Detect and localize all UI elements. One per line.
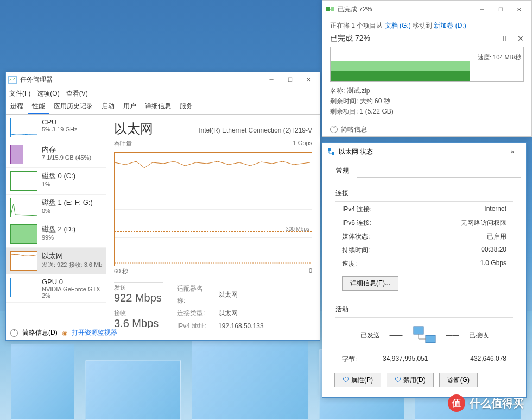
titlebar[interactable]: 以太网 状态 ✕ [322, 143, 526, 160]
tab-bar: 常规 [328, 164, 521, 178]
x-left: 60 秒 [114, 267, 128, 275]
recv-label: 已接收 [469, 331, 489, 340]
disable-button[interactable]: 🛡禁用(D) [387, 373, 434, 387]
tab-performance[interactable]: 性能 [28, 99, 49, 114]
computers-icon [413, 325, 436, 345]
svg-rect-1 [326, 7, 330, 11]
menubar: 文件(F) 选项(O) 查看(V) [6, 87, 320, 99]
performance-sidebar: CPU5% 3.19 GHz 内存7.1/15.9 GB (45%) 磁盘 0 … [6, 115, 106, 328]
window-title: 任务管理器 [20, 75, 262, 84]
maximize-button[interactable]: ☐ [491, 3, 510, 16]
close-button[interactable]: ✕ [503, 145, 522, 158]
minimize-button[interactable]: ─ [473, 3, 491, 16]
activity-label: 活动 [335, 305, 513, 314]
tab-details[interactable]: 详细信息 [141, 99, 175, 114]
menu-file[interactable]: 文件(F) [9, 89, 30, 98]
task-manager-window: 任务管理器 ─ ☐ ✕ 文件(F) 选项(O) 查看(V) 进程 性能 应用历史… [5, 72, 320, 341]
recv-bytes: 432,646,078 [470, 355, 506, 364]
sidebar-item-cpu[interactable]: CPU5% 3.19 GHz [6, 115, 106, 141]
cpu-thumb [10, 118, 37, 137]
shield-icon: 🛡 [343, 376, 349, 384]
watermark-icon: 值 [448, 394, 465, 412]
tab-general[interactable]: 常规 [328, 164, 357, 178]
sidebar-item-disk2[interactable]: 磁盘 2 (D:)99% [6, 221, 106, 248]
copy-description: 正在将 1 个项目从 文档 (G:) 移动到 新加卷 (D:) [322, 18, 531, 34]
tab-startup[interactable]: 启动 [97, 99, 119, 114]
sidebar-item-disk1[interactable]: 磁盘 1 (E: F: G:)0% [6, 195, 106, 221]
shield-icon: 🛡 [395, 376, 401, 384]
tab-apphistory[interactable]: 应用历史记录 [49, 99, 97, 114]
ipv4-value: Internet [484, 205, 506, 214]
svg-rect-6 [426, 335, 435, 343]
brief-info-link[interactable]: 简略信息(D) [22, 328, 58, 337]
disk0-thumb [10, 171, 37, 191]
window-title: 以太网 状态 [339, 147, 503, 156]
ethernet-chart[interactable]: 300 Mbps [114, 152, 312, 266]
send-label: 发送 [114, 282, 163, 292]
sidebar-item-gpu[interactable]: GPU 0NVIDIA GeForce GTX …2% [6, 274, 106, 303]
speed-value: 1.0 Gbps [480, 259, 506, 268]
throughput-label: 吞吐量 [114, 140, 132, 148]
taskmgr-footer: ˄ 简略信息(D) ◉ 打开资源监视器 [6, 325, 320, 340]
svg-rect-4 [332, 152, 334, 155]
mid-label: 300 Mbps [286, 226, 309, 232]
ethernet-thumb [10, 251, 37, 271]
minimize-button[interactable]: ─ [262, 73, 281, 86]
dest-link[interactable]: 新加卷 (D:) [434, 22, 466, 29]
x-right: 0 [309, 267, 312, 275]
recv-line [115, 261, 312, 265]
copy-meta: 名称: 测试.zip 剩余时间: 大约 60 秒 剩余项目: 1 (5.22 G… [322, 82, 531, 122]
chevron-up-icon[interactable]: ˄ [10, 329, 18, 337]
tab-users[interactable]: 用户 [119, 99, 141, 114]
disk1-thumb [10, 198, 37, 217]
cancel-button[interactable]: ✕ [517, 34, 524, 43]
network-icon [327, 147, 335, 156]
send-value: 922 Mbps [114, 292, 163, 304]
watermark-text: 什么值得买 [470, 396, 524, 411]
performance-main: 以太网 Intel(R) Ethernet Connection (2) I21… [106, 115, 320, 328]
brief-info-link[interactable]: 简略信息 [341, 125, 367, 134]
ethernet-status-window: 以太网 状态 ✕ 常规 连接 IPv4 连接:Internet IPv6 连接:… [322, 142, 527, 398]
window-title: 已完成 72% [338, 5, 473, 14]
sidebar-item-disk0[interactable]: 磁盘 0 (C:)1% [6, 168, 106, 195]
speed-graph: 速度: 104 MB/秒 [330, 47, 524, 82]
duration-value: 00:38:20 [481, 246, 506, 255]
gpu-thumb [10, 278, 37, 297]
diagnose-button[interactable]: 诊断(G) [439, 373, 478, 387]
close-button[interactable]: ✕ [510, 3, 528, 16]
maximize-button[interactable]: ☐ [281, 73, 299, 86]
menu-options[interactable]: 选项(O) [37, 89, 59, 98]
sidebar-item-ethernet[interactable]: 以太网发送: 922 接收: 3.6 Mbps [6, 248, 106, 274]
open-resmon-link[interactable]: 打开资源监视器 [72, 328, 117, 337]
resmon-icon: ◉ [62, 329, 67, 337]
properties-button[interactable]: 🛡属性(P) [334, 373, 381, 387]
watermark: 值 什么值得买 [448, 394, 524, 412]
tab-processes[interactable]: 进程 [6, 99, 28, 114]
sidebar-item-memory[interactable]: 内存7.1/15.9 GB (45%) [6, 141, 106, 168]
sent-bytes: 34,937,995,051 [357, 355, 454, 364]
tab-bar: 进程 性能 应用历史记录 启动 用户 详细信息 服务 [6, 99, 320, 115]
disk2-thumb [10, 224, 37, 244]
taskmgr-icon [8, 76, 17, 84]
source-link[interactable]: 文档 (G:) [385, 22, 411, 29]
tab-services[interactable]: 服务 [175, 99, 197, 114]
sent-label: 已发送 [360, 331, 380, 340]
menu-view[interactable]: 查看(V) [66, 89, 88, 98]
titlebar[interactable]: 已完成 72% ─ ☐ ✕ [322, 1, 531, 18]
send-line [115, 158, 310, 169]
progress-text: 已完成 72% [330, 34, 503, 43]
close-button[interactable]: ✕ [299, 73, 318, 86]
throughput-max: 1 Gbps [293, 140, 312, 148]
file-copy-window: 已完成 72% ─ ☐ ✕ 正在将 1 个项目从 文档 (G:) 移动到 新加卷… [322, 0, 532, 137]
copy-icon [326, 6, 334, 12]
connection-label: 连接 [335, 189, 513, 198]
svg-rect-2 [331, 7, 334, 11]
titlebar[interactable]: 任务管理器 ─ ☐ ✕ [6, 72, 320, 87]
ipv6-value: 无网络访问权限 [461, 218, 506, 228]
adapter-description: Intel(R) Ethernet Connection (2) I219-V [199, 127, 312, 134]
pause-button[interactable]: Ⅱ [503, 34, 506, 43]
speed-label: 速度: 104 MB/秒 [478, 52, 521, 61]
details-button[interactable]: 详细信息(E)... [342, 276, 398, 291]
chevron-up-icon[interactable]: ˄ [330, 126, 338, 133]
adapter-properties: 适配器名称:以太网 连接类型:以太网 IPv4 地址:192.168.50.13… [176, 282, 312, 328]
